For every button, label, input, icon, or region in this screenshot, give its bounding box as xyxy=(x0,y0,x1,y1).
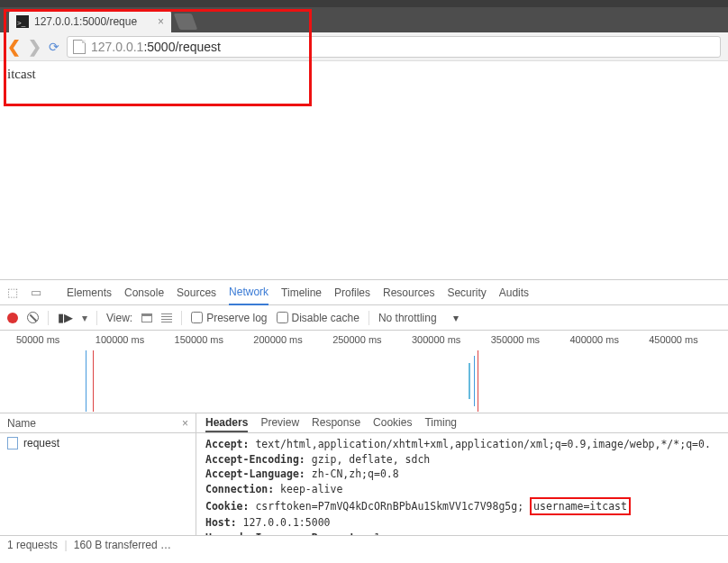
close-icon[interactable]: × xyxy=(158,15,164,28)
cookies-subtab[interactable]: Cookies xyxy=(373,416,412,432)
network-main: Name × request Headers Preview Response … xyxy=(0,413,728,535)
preview-subtab[interactable]: Preview xyxy=(260,416,299,432)
request-row[interactable]: request xyxy=(0,433,196,453)
address-host: 127.0.0.1 xyxy=(91,40,143,54)
page-content: itcast xyxy=(0,61,728,279)
screenshot-icon[interactable]: ▮▶ xyxy=(58,311,73,324)
window-titlebar xyxy=(0,0,728,7)
close-panel-icon[interactable]: × xyxy=(182,417,188,429)
filter-icon[interactable]: ▾ xyxy=(82,312,87,324)
tab-title: 127.0.0.1:5000/reque xyxy=(34,15,137,28)
terminal-icon xyxy=(16,15,29,28)
headers-subtab[interactable]: Headers xyxy=(205,416,248,432)
network-tab[interactable]: Network xyxy=(229,280,268,305)
request-name: request xyxy=(23,437,59,449)
network-toolbar: ▮▶ ▾ View: Preserve log Disable cache No… xyxy=(0,305,728,331)
request-list: Name × request xyxy=(0,413,196,535)
highlight-box-cookie: username=itcast xyxy=(530,497,631,516)
view-small-icon[interactable] xyxy=(161,313,172,322)
status-transferred: 160 B transferred … xyxy=(74,539,171,551)
chevron-down-icon: ▾ xyxy=(453,312,459,324)
inspect-icon[interactable]: ⬚ xyxy=(7,286,18,299)
timeline-tab[interactable]: Timeline xyxy=(281,281,322,304)
clear-button[interactable] xyxy=(27,312,39,323)
throttling-select[interactable]: No throttling ▾ xyxy=(378,312,459,324)
status-requests: 1 requests xyxy=(7,539,58,551)
timing-subtab[interactable]: Timing xyxy=(424,416,457,432)
response-subtab[interactable]: Response xyxy=(312,416,360,432)
page-icon xyxy=(73,40,86,54)
timeline-marker-1 xyxy=(86,350,89,413)
disable-cache-checkbox[interactable]: Disable cache xyxy=(277,312,359,324)
resources-tab[interactable]: Resources xyxy=(383,281,434,304)
network-status-bar: 1 requests | 160 B transferred … xyxy=(0,535,728,555)
reload-button[interactable]: ⟳ xyxy=(49,40,59,54)
view-label: View: xyxy=(106,312,132,324)
device-icon[interactable]: ▭ xyxy=(31,286,41,299)
address-path: :5000/request xyxy=(143,40,221,54)
page-text: itcast xyxy=(7,67,36,81)
view-large-icon[interactable] xyxy=(141,313,152,322)
detail-subtabs: Headers Preview Response Cookies Timing xyxy=(196,413,728,433)
new-tab-button[interactable] xyxy=(174,14,198,30)
back-button[interactable]: ❮ xyxy=(7,37,21,57)
forward-button[interactable]: ❯ xyxy=(28,37,41,57)
headers-content: Accept: text/html,application/xhtml+xml,… xyxy=(196,433,728,535)
profiles-tab[interactable]: Profiles xyxy=(334,281,370,304)
elements-tab[interactable]: Elements xyxy=(67,281,112,304)
request-detail: Headers Preview Response Cookies Timing … xyxy=(196,413,728,535)
console-tab[interactable]: Console xyxy=(124,281,164,304)
devtools-panel: ⬚ ▭ Elements Console Sources Network Tim… xyxy=(0,279,728,555)
preserve-log-checkbox[interactable]: Preserve log xyxy=(191,312,267,324)
name-column-header[interactable]: Name xyxy=(7,417,36,429)
audits-tab[interactable]: Audits xyxy=(499,281,529,304)
timeline-ticks: 50000 ms 100000 ms 150000 ms 200000 ms 2… xyxy=(0,331,728,345)
browser-toolbar: ❮ ❯ ⟳ 127.0.0.1:5000/request xyxy=(0,32,728,61)
devtools-tabs: ⬚ ▭ Elements Console Sources Network Tim… xyxy=(0,280,728,305)
record-button[interactable] xyxy=(7,313,18,323)
sources-tab[interactable]: Sources xyxy=(177,281,216,304)
network-timeline[interactable]: 50000 ms 100000 ms 150000 ms 200000 ms 2… xyxy=(0,331,728,413)
address-bar[interactable]: 127.0.0.1:5000/request xyxy=(67,36,721,58)
security-tab[interactable]: Security xyxy=(447,281,486,304)
tab-strip: 127.0.0.1:5000/reque × xyxy=(0,7,728,32)
file-icon xyxy=(7,437,18,449)
browser-tab[interactable]: 127.0.0.1:5000/reque × xyxy=(9,11,171,32)
